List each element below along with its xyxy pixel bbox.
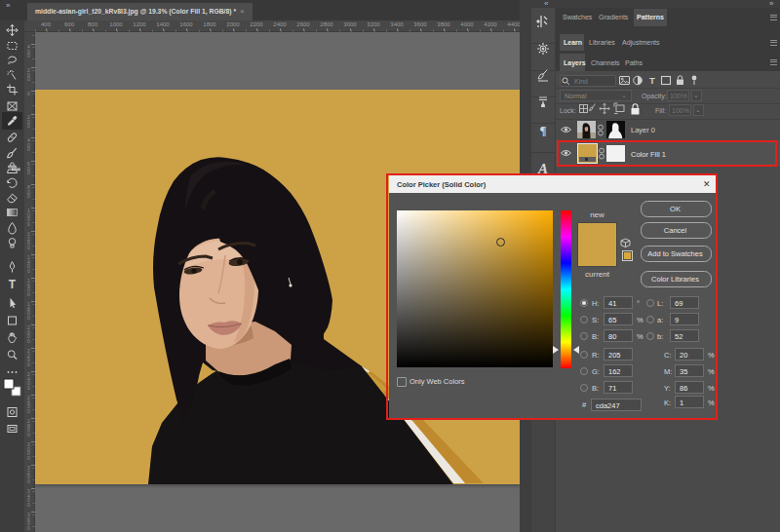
svg-text:¶: ¶ bbox=[539, 123, 546, 137]
svg-text:T: T bbox=[9, 278, 17, 291]
svg-text:T: T bbox=[649, 75, 655, 86]
